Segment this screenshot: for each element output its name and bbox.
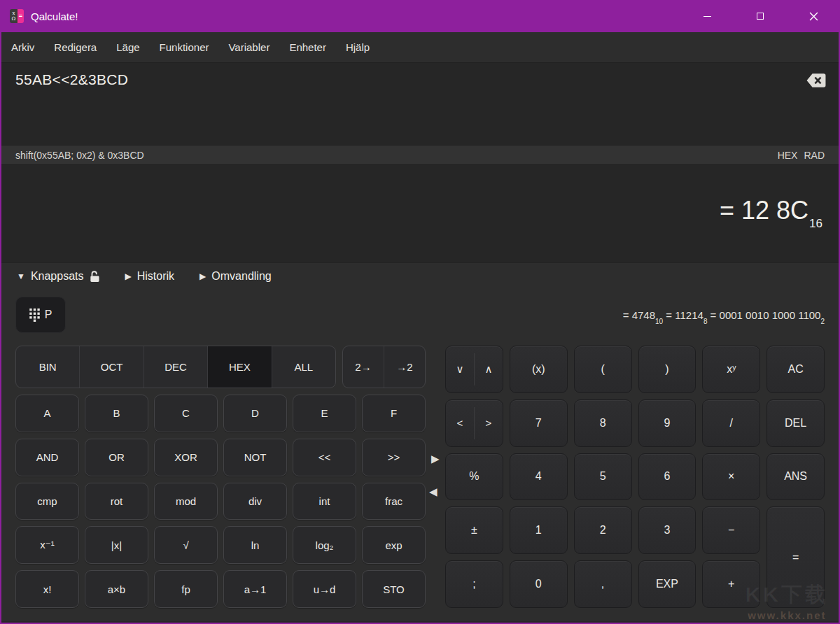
key-4[interactable]: 4 xyxy=(510,453,568,501)
keypad-page-next-button[interactable]: ▶ xyxy=(431,453,440,464)
section-toggle-omvandling[interactable]: ▶ Omvandling xyxy=(200,270,272,283)
key-del[interactable]: DEL xyxy=(766,399,825,447)
key-mod[interactable]: mod xyxy=(154,483,218,520)
key-not[interactable]: NOT xyxy=(223,439,287,476)
key-and[interactable]: AND xyxy=(15,439,79,476)
menu-lage[interactable]: Läge xyxy=(106,32,149,63)
close-button[interactable] xyxy=(787,0,840,32)
key-log2[interactable]: log₂ xyxy=(293,526,356,564)
keypad-page-prev-button[interactable]: ◀ xyxy=(429,486,438,497)
key-equals[interactable]: = xyxy=(766,506,825,608)
minimize-button[interactable] xyxy=(680,0,734,32)
key-close-paren[interactable]: ) xyxy=(638,346,696,393)
key-div[interactable]: div xyxy=(223,483,287,520)
key-all[interactable]: ALL xyxy=(272,346,335,388)
key-d[interactable]: D xyxy=(223,395,287,432)
window-title: Qalculate! xyxy=(31,10,78,22)
minimize-icon xyxy=(704,16,711,17)
key-parens-x[interactable]: (x) xyxy=(510,346,568,393)
lock-open-icon[interactable] xyxy=(90,271,100,283)
key-multiply[interactable]: × xyxy=(702,453,760,501)
key-2[interactable]: 2 xyxy=(574,506,632,554)
cursor-updown-button: ∨ ∧ xyxy=(445,346,503,393)
key-oct[interactable]: OCT xyxy=(79,346,143,388)
key-axb[interactable]: a×b xyxy=(85,570,148,608)
key-5[interactable]: 5 xyxy=(574,453,632,501)
key-6[interactable]: 6 xyxy=(638,453,696,501)
key-plusminus[interactable]: ± xyxy=(445,506,503,554)
key-power[interactable]: xʸ xyxy=(702,346,760,393)
menu-variabler[interactable]: Variabler xyxy=(218,32,279,63)
key-shift-left[interactable]: << xyxy=(293,439,356,476)
titlebar: xΩ = Qalculate! xyxy=(0,0,840,32)
key-int[interactable]: int xyxy=(293,483,356,520)
key-to-base[interactable]: 2→ xyxy=(343,346,384,388)
key-a[interactable]: A xyxy=(15,395,79,432)
key-abs[interactable]: |x| xyxy=(85,526,148,564)
key-or[interactable]: OR xyxy=(85,439,148,476)
key-8[interactable]: 8 xyxy=(574,399,632,447)
key-b[interactable]: B xyxy=(85,395,148,432)
menu-arkiv[interactable]: Arkiv xyxy=(1,32,44,63)
chevron-up-icon[interactable]: ∧ xyxy=(475,346,503,392)
section-toggle-knappsats[interactable]: ▼ Knappsats xyxy=(17,270,100,283)
chevron-right-icon[interactable]: > xyxy=(475,400,503,446)
triangle-right-icon: ▶ xyxy=(200,271,206,281)
key-1[interactable]: 1 xyxy=(510,506,568,554)
key-shift-right[interactable]: >> xyxy=(362,439,426,476)
key-7[interactable]: 7 xyxy=(510,399,568,447)
key-dec[interactable]: DEC xyxy=(144,346,207,388)
key-cmp[interactable]: cmp xyxy=(15,483,79,520)
key-frac[interactable]: frac xyxy=(362,483,426,520)
backspace-button[interactable] xyxy=(806,73,826,88)
key-comma[interactable]: , xyxy=(574,560,632,608)
menu-hjalp[interactable]: Hjälp xyxy=(336,32,379,63)
menubar: Arkiv Redigera Läge Funktioner Variabler… xyxy=(1,32,839,63)
key-sto[interactable]: STO xyxy=(362,570,426,608)
keypad-grid-icon xyxy=(29,309,40,322)
menu-enheter[interactable]: Enheter xyxy=(279,32,336,63)
key-e[interactable]: E xyxy=(293,395,356,432)
status-angle-mode[interactable]: RAD xyxy=(804,150,825,161)
key-3[interactable]: 3 xyxy=(638,506,696,554)
key-exp[interactable]: EXP xyxy=(638,560,696,608)
key-f[interactable]: F xyxy=(362,395,426,432)
key-bin[interactable]: BIN xyxy=(16,346,79,388)
key-9[interactable]: 9 xyxy=(638,399,696,447)
key-xor[interactable]: XOR xyxy=(154,439,218,476)
expression-input[interactable]: 55AB<<2&3BCD xyxy=(1,63,839,145)
key-exp-fn[interactable]: exp xyxy=(362,526,426,564)
key-sqrt[interactable]: √ xyxy=(154,526,218,564)
menu-funktioner[interactable]: Funktioner xyxy=(150,32,219,63)
key-ln[interactable]: ln xyxy=(223,526,287,564)
maximize-button[interactable] xyxy=(734,0,787,32)
key-hex[interactable]: HEX xyxy=(207,346,271,388)
key-open-paren[interactable]: ( xyxy=(574,346,632,393)
key-fp[interactable]: fp xyxy=(154,570,218,608)
key-ans[interactable]: ANS xyxy=(766,453,825,501)
key-semicolon[interactable]: ; xyxy=(445,560,503,608)
key-plus[interactable]: + xyxy=(702,560,760,608)
key-minus[interactable]: − xyxy=(702,506,760,554)
maximize-icon xyxy=(757,13,764,20)
result-value: = 12 8C16 xyxy=(720,196,822,228)
key-divide[interactable]: / xyxy=(702,399,760,447)
key-c[interactable]: C xyxy=(154,395,218,432)
chevron-left-icon[interactable]: < xyxy=(446,400,474,446)
key-ac[interactable]: AC xyxy=(766,346,825,393)
keypad-panel: ▼ Knappsats ▶ Historik ▶ Omvandling xyxy=(1,262,839,621)
section-toggle-historik[interactable]: ▶ Historik xyxy=(125,270,175,283)
chevron-down-icon[interactable]: ∨ xyxy=(446,346,474,392)
key-0[interactable]: 0 xyxy=(510,560,568,608)
key-u-to-d[interactable]: u→d xyxy=(293,570,356,608)
status-base-mode[interactable]: HEX xyxy=(778,150,798,161)
key-reciprocal[interactable]: x⁻¹ xyxy=(15,526,79,564)
left-keypad: BIN OCT DEC HEX ALL 2→ →2 A B C D E F AN… xyxy=(15,346,426,608)
key-from-base[interactable]: →2 xyxy=(384,346,425,388)
menu-redigera[interactable]: Redigera xyxy=(44,32,106,63)
key-factorial[interactable]: x! xyxy=(15,570,79,608)
programming-keypad-button[interactable]: P xyxy=(15,297,66,333)
key-rot[interactable]: rot xyxy=(85,483,148,520)
key-a-to-1[interactable]: a→1 xyxy=(223,570,287,608)
key-percent[interactable]: % xyxy=(445,453,503,501)
